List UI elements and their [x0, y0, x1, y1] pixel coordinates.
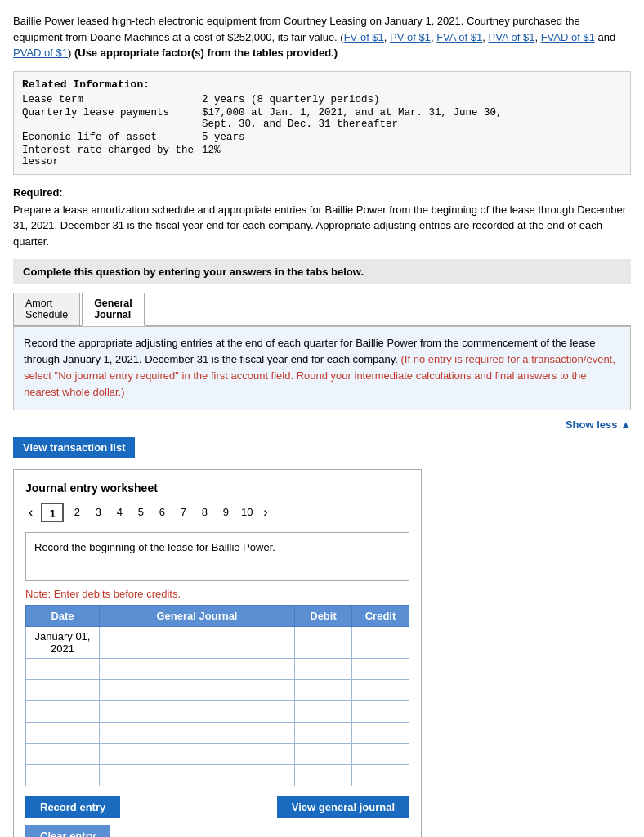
credit-cell-6[interactable] [352, 743, 409, 764]
debit-cell-4[interactable] [295, 700, 352, 722]
pv-link[interactable]: PV of $1 [390, 31, 431, 43]
gj-cell-3[interactable] [100, 679, 295, 700]
view-general-journal-button[interactable]: View general journal [277, 796, 409, 818]
prev-page-arrow[interactable]: ‹ [25, 504, 36, 521]
debit-input-3[interactable] [300, 684, 347, 696]
page-5[interactable]: 5 [132, 506, 149, 518]
page-1[interactable]: 1 [41, 503, 64, 522]
gj-input-1[interactable] [105, 636, 289, 648]
intro-paragraph: Baillie Power leased high-tech electroni… [13, 13, 631, 61]
fva-link[interactable]: FVA of $1 [436, 31, 482, 43]
record-desc-box: Record the beginning of the lease for Ba… [25, 532, 409, 581]
debit-input-1[interactable] [300, 636, 347, 648]
gj-cell-5[interactable] [100, 722, 295, 743]
view-transaction-button[interactable]: View transaction list [13, 437, 135, 458]
credit-input-5[interactable] [357, 727, 404, 739]
page-3[interactable]: 3 [90, 506, 106, 518]
debit-input-7[interactable] [300, 769, 347, 781]
gj-cell-6[interactable] [100, 743, 295, 764]
required-title: Required: [13, 186, 631, 199]
use-tables-note: (Use appropriate factor(s) from the tabl… [74, 47, 338, 59]
fvad-link[interactable]: FVAD of $1 [541, 31, 595, 43]
record-entry-button[interactable]: Record entry [25, 796, 120, 818]
tab-amort-schedule[interactable]: AmortSchedule [13, 293, 80, 325]
credit-cell-7[interactable] [352, 764, 409, 786]
related-info-title: Related Information: [22, 78, 622, 91]
date-cell-3 [26, 679, 100, 700]
gj-input-6[interactable] [105, 748, 289, 760]
col-header-credit: Credit [352, 605, 409, 626]
ri-label-3: Economic life of asset [22, 132, 202, 143]
table-row [26, 658, 409, 679]
debit-cell-7[interactable] [295, 764, 352, 786]
pvad-link[interactable]: PVAD of $1 [13, 47, 68, 59]
page-9[interactable]: 9 [217, 506, 234, 518]
fv-link[interactable]: FV of $1 [344, 31, 384, 43]
col-header-date: Date [26, 605, 100, 626]
page-8[interactable]: 8 [196, 506, 212, 518]
clear-entry-button[interactable]: Clear entry [25, 825, 110, 837]
table-row: January 01,2021 [26, 626, 409, 658]
next-page-arrow[interactable]: › [260, 504, 271, 521]
credit-cell-1[interactable] [352, 626, 409, 658]
credit-cell-2[interactable] [352, 658, 409, 679]
instruction-box: Record the appropriate adjusting entries… [13, 326, 631, 410]
page-10[interactable]: 10 [239, 506, 255, 518]
credit-input-4[interactable] [357, 705, 404, 718]
gj-input-4[interactable] [105, 705, 289, 718]
gj-input-3[interactable] [105, 684, 289, 696]
debit-input-6[interactable] [300, 748, 347, 760]
debit-cell-2[interactable] [295, 658, 352, 679]
debit-input-2[interactable] [300, 663, 347, 675]
credit-cell-5[interactable] [352, 722, 409, 743]
credit-cell-3[interactable] [352, 679, 409, 700]
table-row [26, 764, 409, 786]
pva-link[interactable]: PVA of $1 [489, 31, 535, 43]
ri-label-4: Interest rate charged by the lessor [22, 145, 202, 168]
gj-input-5[interactable] [105, 727, 289, 739]
gj-cell-1[interactable] [100, 626, 295, 658]
table-row [26, 743, 409, 764]
page-2[interactable]: 2 [69, 506, 85, 518]
col-header-gj: General Journal [100, 605, 295, 626]
credit-input-3[interactable] [357, 684, 404, 696]
page-4[interactable]: 4 [111, 506, 127, 518]
ri-value-3: 5 years [202, 132, 622, 143]
gj-cell-7[interactable] [100, 764, 295, 786]
gj-input-7[interactable] [105, 769, 289, 781]
worksheet-box: Journal entry worksheet ‹ 1 2 3 4 5 6 7 … [13, 469, 422, 837]
credit-input-7[interactable] [357, 769, 404, 781]
table-row [26, 700, 409, 722]
buttons-row: Record entry View general journal [25, 796, 409, 818]
debit-cell-3[interactable] [295, 679, 352, 700]
credit-input-2[interactable] [357, 663, 404, 675]
debit-cell-5[interactable] [295, 722, 352, 743]
credit-input-6[interactable] [357, 748, 404, 760]
date-cell-7 [26, 764, 100, 786]
ri-label-1: Lease term [22, 94, 202, 105]
date-cell-1: January 01,2021 [26, 626, 100, 658]
date-cell-6 [26, 743, 100, 764]
gj-input-2[interactable] [105, 663, 289, 675]
ri-label-2: Quarterly lease payments [22, 107, 202, 130]
debit-input-4[interactable] [300, 705, 347, 718]
pagination-row: ‹ 1 2 3 4 5 6 7 8 9 10 › [25, 503, 409, 522]
ri-value-4: 12% [202, 145, 622, 168]
ri-value-2: $17,000 at Jan. 1, 2021, and at Mar. 31,… [202, 107, 622, 130]
show-less-link[interactable]: Show less ▲ [13, 418, 631, 431]
debit-cell-6[interactable] [295, 743, 352, 764]
credit-input-1[interactable] [357, 636, 404, 648]
table-row [26, 679, 409, 700]
debit-cell-1[interactable] [295, 626, 352, 658]
tab-general-journal[interactable]: GeneralJournal [82, 293, 145, 326]
note-text: Note: Enter debits before credits. [25, 588, 409, 600]
complete-banner: Complete this question by entering your … [13, 259, 631, 284]
page-7[interactable]: 7 [175, 506, 191, 518]
debit-input-5[interactable] [300, 727, 347, 739]
credit-cell-4[interactable] [352, 700, 409, 722]
gj-cell-2[interactable] [100, 658, 295, 679]
ri-value-1: 2 years (8 quarterly periods) [202, 94, 622, 105]
journal-table: Date General Journal Debit Credit Januar… [25, 605, 409, 786]
gj-cell-4[interactable] [100, 700, 295, 722]
page-6[interactable]: 6 [154, 506, 170, 518]
